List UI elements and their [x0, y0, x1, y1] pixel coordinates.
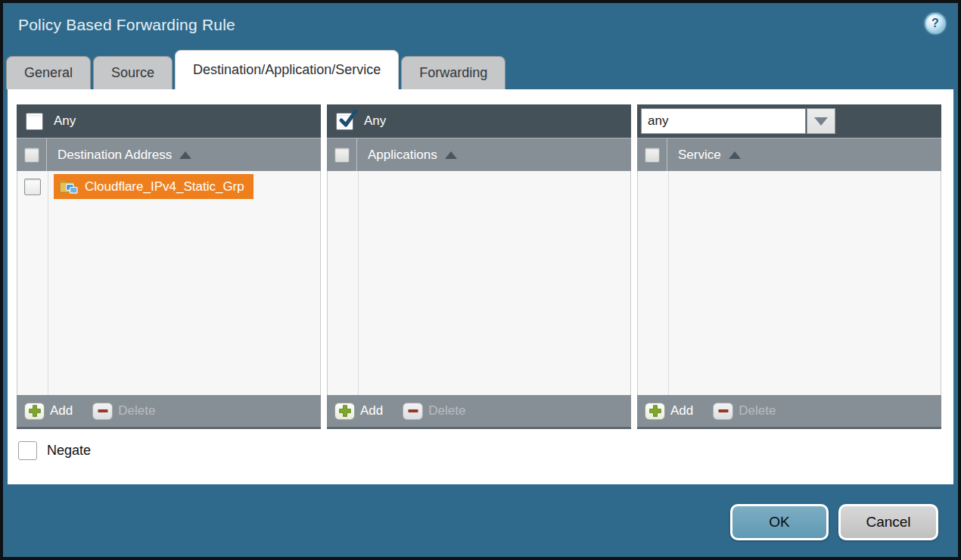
destination-add-button[interactable]: Add — [24, 403, 73, 420]
applications-any-checkbox[interactable] — [336, 113, 353, 130]
tab-bar: General Source Destination/Application/S… — [6, 47, 958, 89]
tab-general[interactable]: General — [6, 56, 91, 89]
policy-based-forwarding-dialog: Policy Based Forwarding Rule ? General S… — [3, 3, 958, 557]
plus-icon — [24, 403, 45, 420]
titlebar: Policy Based Forwarding Rule — [3, 3, 958, 47]
service-add-button[interactable]: Add — [645, 403, 693, 420]
service-footer: Add Delete — [637, 395, 941, 427]
service-column: Service Add — [637, 104, 941, 429]
tab-source[interactable]: Source — [93, 56, 173, 89]
help-glyph: ? — [931, 17, 939, 30]
applications-delete-button[interactable]: Delete — [403, 403, 465, 420]
tab-content: Any Destination Address — [8, 89, 953, 484]
tab-label: General — [24, 65, 73, 81]
negate-row: Negate — [18, 441, 953, 460]
address-group-label: Cloudflare_IPv4_Static_Grp — [85, 179, 244, 194]
destination-any-label: Any — [54, 114, 76, 129]
plus-icon — [645, 403, 665, 420]
minus-icon — [403, 403, 423, 420]
tab-label: Source — [111, 65, 154, 81]
column-header-label: Applications — [368, 148, 437, 163]
sort-asc-icon — [445, 151, 457, 159]
address-group-icon — [59, 179, 78, 194]
tab-label: Forwarding — [419, 65, 487, 81]
tab-destination-application-service[interactable]: Destination/Application/Service — [175, 50, 399, 89]
applications-any-label: Any — [364, 114, 386, 129]
destination-delete-button[interactable]: Delete — [92, 403, 155, 420]
applications-select-all-checkbox[interactable] — [334, 148, 350, 163]
sort-asc-icon — [179, 151, 191, 159]
minus-icon — [713, 403, 733, 420]
destination-address-column: Any Destination Address — [17, 104, 321, 429]
sort-asc-icon — [729, 151, 741, 159]
ok-label: OK — [769, 514, 789, 530]
delete-label: Delete — [739, 403, 776, 418]
applications-column: Any Applications — [327, 104, 631, 429]
applications-header[interactable]: Applications — [327, 138, 631, 171]
destination-address-header[interactable]: Destination Address — [17, 138, 321, 171]
destination-any-checkbox[interactable] — [26, 113, 43, 130]
applications-footer: Add Delete — [327, 395, 631, 427]
dialog-title: Policy Based Forwarding Rule — [18, 16, 235, 34]
negate-label: Negate — [47, 443, 91, 459]
address-group-entry[interactable]: Cloudflare_IPv4_Static_Grp — [54, 174, 253, 199]
tab-forwarding[interactable]: Forwarding — [401, 56, 505, 89]
row-checkbox[interactable] — [24, 179, 41, 195]
add-label: Add — [670, 403, 693, 418]
list-item: Cloudflare_IPv4_Static_Grp — [17, 171, 320, 202]
destination-any-bar: Any — [17, 104, 321, 138]
add-label: Add — [50, 403, 73, 418]
dialog-frame: Policy Based Forwarding Rule ? General S… — [0, 0, 961, 560]
header-checkbox-lane — [327, 138, 357, 171]
check-icon — [337, 109, 358, 129]
tab-label: Destination/Application/Service — [193, 62, 381, 78]
minus-icon — [92, 403, 113, 420]
header-checkbox-lane — [17, 138, 47, 171]
service-select-all-checkbox[interactable] — [645, 148, 660, 163]
ok-button[interactable]: OK — [730, 504, 829, 540]
columns-container: Any Destination Address — [17, 104, 941, 429]
column-header-label: Service — [678, 148, 721, 163]
service-dropdown-button[interactable] — [807, 108, 835, 134]
plus-icon — [334, 403, 355, 420]
add-label: Add — [360, 403, 383, 418]
delete-label: Delete — [428, 403, 465, 418]
service-list — [637, 171, 941, 395]
destination-footer: Add Delete — [17, 395, 321, 427]
destination-select-all-checkbox[interactable] — [24, 148, 39, 163]
row-checkbox-lane — [17, 179, 48, 195]
service-dropdown[interactable] — [641, 108, 835, 134]
header-checkbox-lane — [637, 138, 667, 171]
dialog-button-row: OK Cancel — [730, 504, 938, 540]
destination-address-list: Cloudflare_IPv4_Static_Grp — [17, 171, 321, 395]
applications-add-button[interactable]: Add — [334, 403, 383, 420]
service-delete-button[interactable]: Delete — [713, 403, 776, 420]
service-any-bar — [637, 104, 941, 138]
negate-checkbox[interactable] — [18, 441, 37, 460]
help-icon[interactable]: ? — [925, 13, 946, 34]
applications-list — [327, 171, 631, 395]
delete-label: Delete — [118, 403, 155, 418]
chevron-down-icon — [814, 117, 828, 126]
cancel-label: Cancel — [866, 514, 910, 530]
service-dropdown-input[interactable] — [641, 108, 806, 134]
cancel-button[interactable]: Cancel — [838, 504, 938, 540]
service-header[interactable]: Service — [637, 138, 941, 171]
column-header-label: Destination Address — [58, 148, 172, 163]
applications-any-bar: Any — [327, 104, 631, 138]
